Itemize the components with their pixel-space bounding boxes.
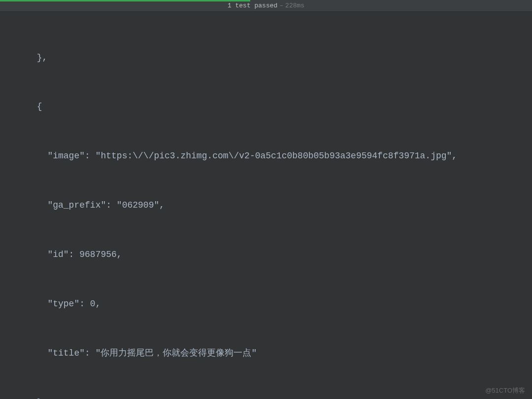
progress-bar [0, 0, 250, 1]
test-duration-separator: – [279, 2, 283, 9]
test-status: 1 test passed – 228ms [228, 2, 304, 9]
code-line: { [0, 99, 532, 115]
code-line: }, [0, 50, 532, 66]
console-output[interactable]: }, { "image": "https:\/\/pic3.zhimg.com\… [0, 12, 532, 399]
code-line: }, [0, 395, 532, 399]
code-line: "id": 9687956, [0, 247, 532, 263]
code-line: "ga_prefix": "062909", [0, 197, 532, 214]
test-status-bar: 1 test passed – 228ms [0, 0, 532, 12]
test-duration: 228ms [285, 2, 304, 9]
code-line: "image": "https:\/\/pic3.zhimg.com\/v2-0… [0, 148, 532, 164]
test-result-text: 1 test passed [228, 2, 277, 9]
code-line: "type": 0, [0, 296, 532, 312]
code-line: "title": "你用力摇尾巴，你就会变得更像狗一点" [0, 345, 532, 362]
watermark: @51CTO博客 [485, 386, 525, 395]
